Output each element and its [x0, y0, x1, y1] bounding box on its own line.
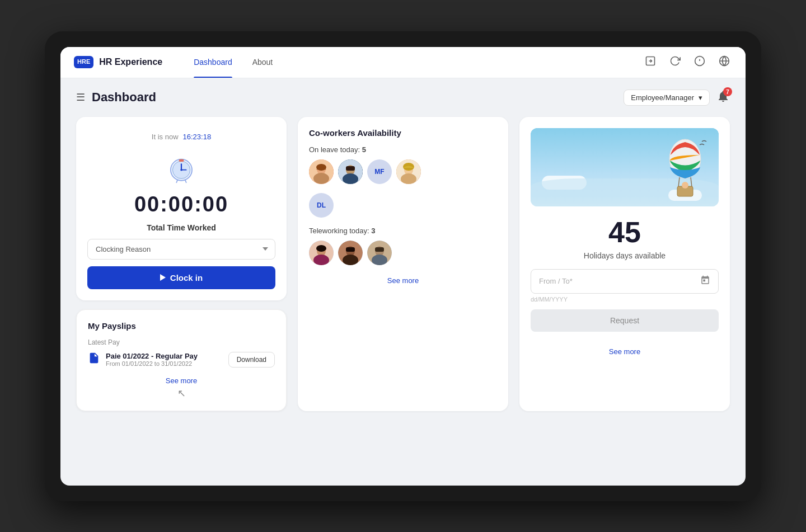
- on-leave-avatars: MF: [309, 159, 497, 184]
- svg-point-16: [313, 173, 329, 184]
- logo-badge: HRE: [74, 56, 93, 68]
- payslip-dates: From 01/01/2022 to 31/01/2022: [106, 360, 223, 367]
- clock-icon-area: [87, 154, 275, 183]
- latest-pay-label: Latest Pay: [88, 338, 275, 346]
- payslips-card: My Payslips Latest Pay Paie 01/2022 - Re…: [76, 309, 287, 411]
- holidays-label: Holidays days available: [531, 251, 719, 260]
- payslips-see-more[interactable]: See more: [88, 376, 275, 385]
- current-time-text: It is now: [152, 133, 179, 141]
- svg-rect-11: [179, 159, 184, 161]
- teleworking-section: Teleworking today: 3: [309, 227, 497, 265]
- holidays-card: 45 Holidays days available From / To* dd…: [519, 117, 730, 411]
- left-column: It is now 16:23:18: [76, 117, 287, 411]
- clock-in-button[interactable]: Clock in: [87, 266, 275, 289]
- time-display: It is now 16:23:18: [87, 128, 275, 145]
- svg-line-13: [185, 180, 186, 182]
- main-area: ☰ Dashboard Employee/Manager ▾ 7: [60, 78, 746, 486]
- avatar: [338, 159, 363, 184]
- dl-avatar-row: DL: [309, 193, 497, 218]
- request-button[interactable]: Request: [531, 309, 719, 332]
- svg-rect-33: [346, 247, 355, 252]
- avatar: [367, 241, 392, 265]
- teleworking-avatars: [309, 241, 497, 265]
- chevron-down-icon: ▾: [699, 93, 702, 102]
- total-time-label: Total Time Worked: [87, 223, 275, 232]
- info-icon[interactable]: [692, 55, 707, 69]
- holidays-banner: [531, 128, 719, 206]
- payslip-icon: [88, 352, 100, 367]
- nav-links: Dashboard About: [185, 47, 282, 78]
- current-time-row: It is now 16:23:18: [87, 133, 275, 141]
- on-leave-label: On leave today: 5: [309, 145, 497, 154]
- avatar-mf: MF: [367, 159, 392, 184]
- screen: HRE HR Experience Dashboard About: [60, 47, 746, 486]
- avatar: [309, 159, 334, 184]
- play-icon: [160, 274, 166, 281]
- svg-line-40: [691, 177, 692, 187]
- cursor-pointer-icon: ↖: [177, 388, 186, 399]
- nav-dashboard[interactable]: Dashboard: [185, 47, 241, 78]
- timer-display: 00:00:00: [87, 192, 275, 216]
- date-format: dd/MM/YYYY: [531, 296, 719, 303]
- svg-line-39: [678, 177, 680, 187]
- role-selector[interactable]: Employee/Manager ▾: [624, 90, 710, 106]
- app-title: HR Experience: [99, 57, 162, 67]
- page-header: ☰ Dashboard Employee/Manager ▾ 7: [76, 90, 730, 106]
- clock-in-label: Clock in: [170, 273, 203, 283]
- date-placeholder: From / To*: [539, 277, 573, 285]
- teleworking-label: Teleworking today: 3: [309, 227, 497, 235]
- cards-grid: It is now 16:23:18: [76, 117, 730, 411]
- svg-point-10: [180, 169, 182, 171]
- svg-point-42: [682, 182, 688, 189]
- logo-area: HRE HR Experience: [74, 56, 162, 68]
- avatar: [309, 241, 334, 265]
- top-navigation: HRE HR Experience Dashboard About: [60, 47, 746, 78]
- page-title: Dashboard: [92, 90, 156, 105]
- hamburger-menu[interactable]: ☰: [76, 91, 85, 103]
- share-icon[interactable]: [643, 55, 658, 69]
- svg-rect-37: [375, 247, 384, 252]
- holidays-see-more[interactable]: See more: [531, 347, 719, 356]
- clock-card: It is now 16:23:18: [76, 117, 287, 300]
- role-label: Employee/Manager: [631, 93, 694, 102]
- avatar-dl: DL: [309, 193, 334, 218]
- payslip-info: Paie 01/2022 - Regular Pay From 01/01/20…: [106, 352, 223, 367]
- payslip-row: Paie 01/2022 - Regular Pay From 01/01/20…: [88, 352, 275, 368]
- on-leave-section: On leave today: 5: [309, 145, 497, 184]
- current-time-value: 16:23:18: [183, 133, 212, 141]
- coworkers-see-more[interactable]: See more: [309, 276, 497, 285]
- avatar: [338, 241, 363, 265]
- device-frame: HRE HR Experience Dashboard About: [45, 31, 761, 501]
- svg-rect-21: [346, 166, 355, 171]
- clocking-reason-select[interactable]: Clocking Reason: [87, 239, 275, 260]
- calendar-icon[interactable]: [700, 275, 710, 288]
- nav-about[interactable]: About: [243, 47, 282, 78]
- refresh-icon[interactable]: [667, 55, 683, 69]
- payslip-name: Paie 01/2022 - Regular Pay: [106, 352, 223, 360]
- date-input[interactable]: From / To*: [531, 269, 719, 294]
- avatar: [396, 159, 421, 184]
- notification-button[interactable]: 7: [716, 90, 730, 105]
- holidays-count: 45: [531, 215, 719, 249]
- download-button[interactable]: Download: [228, 352, 275, 368]
- clock-icon: [167, 154, 196, 183]
- page-header-left: ☰ Dashboard: [76, 90, 156, 105]
- payslips-title: My Payslips: [88, 321, 275, 331]
- coworkers-card: Co-workers Availability On leave today: …: [298, 117, 508, 411]
- nav-right-icons: [643, 55, 732, 69]
- notification-badge: 7: [723, 87, 732, 96]
- header-right: Employee/Manager ▾ 7: [624, 90, 730, 106]
- globe-icon[interactable]: [716, 55, 732, 69]
- balloon-icon: [663, 134, 707, 201]
- svg-line-12: [176, 180, 177, 182]
- coworkers-title: Co-workers Availability: [309, 128, 497, 138]
